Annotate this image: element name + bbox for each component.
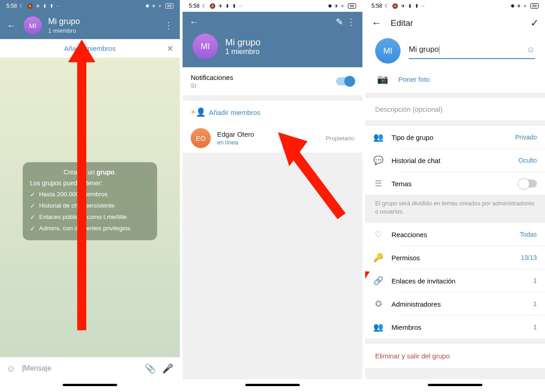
set-photo-row[interactable]: 📷 Poner foto — [365, 65, 545, 93]
admins-label: Administradores — [391, 300, 525, 308]
topics-hint: El grupo será dividido en temas creados … — [365, 195, 545, 223]
status-airplane-icon: ✈ — [152, 3, 156, 9]
group-type-row[interactable]: 👥 Tipo de grupo Privado — [365, 126, 545, 149]
invite-links-row[interactable]: 🔗 Enlaces de invitación 1 — [365, 269, 545, 292]
topics-row[interactable]: ☰ Temas — [365, 172, 545, 195]
invite-links-value: 1 — [533, 277, 537, 284]
nav-bar — [183, 379, 362, 392]
status-wifi-icon: ᯤ — [158, 3, 163, 9]
notifications-toggle[interactable] — [336, 77, 354, 85]
add-members-banner[interactable]: Añadir miembros ✕ — [0, 39, 180, 58]
group-type-label: Tipo de grupo — [391, 134, 507, 141]
tip-item: Enlaces públicos como t.me/title — [30, 211, 150, 223]
back-icon[interactable]: ← — [188, 17, 200, 27]
status-down-icon: ⬇ — [408, 3, 412, 9]
notifications-row[interactable]: Notificaciones Sí — [183, 67, 362, 95]
status-bar: 5:58 ☾ 🔕 ✈ ⬇ ⬆ ·· ✱ ✈ ᯤ 88 — [0, 0, 180, 12]
member-name: Edgar Otero — [217, 130, 319, 138]
group-subtitle: 1 miembro — [225, 48, 261, 56]
add-members-label: Añadir miembros — [209, 109, 354, 116]
group-name-input[interactable]: Mi grupo ☺ — [409, 43, 535, 59]
group-title: Mi grupo — [48, 17, 156, 26]
group-subtitle: 1 miembro — [48, 27, 156, 34]
tip-item: Admins. con diferentes privilegios — [30, 223, 150, 234]
attach-icon[interactable]: 📎 — [144, 363, 156, 374]
add-user-icon: +👤 — [191, 107, 201, 117]
status-mute-icon: 🔕 — [209, 3, 216, 9]
chat-history-row[interactable]: 💬 Historial de chat Oculto — [365, 149, 545, 172]
member-row[interactable]: EO Edgar Otero en línea Propietario — [183, 124, 362, 153]
edit-icon[interactable]: ✎ — [333, 16, 345, 27]
group-avatar[interactable]: MI — [375, 38, 401, 64]
reactions-label: Reacciones — [391, 231, 512, 238]
status-more-icon: ·· — [56, 3, 59, 9]
mic-icon[interactable]: 🎤 — [162, 363, 173, 374]
status-airplane-icon: ✈ — [517, 3, 521, 9]
member-role: Propietario — [326, 135, 354, 142]
group-type-value: Privado — [515, 134, 537, 141]
status-up-icon: ⬆ — [415, 3, 419, 9]
add-members-label: Añadir miembros — [64, 45, 115, 52]
invite-links-label: Enlaces de invitación — [391, 277, 525, 285]
people-icon: 👥 — [373, 322, 383, 332]
confirm-icon[interactable]: ✓ — [530, 17, 539, 29]
menu-icon[interactable]: ⋮ — [163, 20, 174, 31]
tip-subtitle: Los grupos pueden tener: — [30, 179, 150, 187]
description-input[interactable]: Descripción (opcional) — [365, 98, 545, 120]
status-airplane-icon: ✈ — [334, 3, 338, 9]
set-photo-label: Poner foto — [398, 75, 430, 83]
key-icon: 🔑 — [373, 253, 383, 263]
status-mute-icon: 🔕 — [27, 3, 33, 9]
group-title: Mi grupo — [225, 37, 261, 48]
back-icon[interactable]: ← — [5, 20, 17, 31]
status-time: 5:58 — [6, 3, 17, 9]
status-battery-icon: 88 — [165, 3, 173, 9]
group-avatar[interactable]: MI — [193, 34, 218, 59]
nav-bar — [365, 379, 545, 392]
status-battery-icon: 88 — [348, 3, 356, 9]
chat-header[interactable]: ← MI Mi grupo 1 miembro ⋮ — [0, 12, 180, 39]
reactions-row[interactable]: ♡ Reacciones Todas — [365, 223, 545, 246]
status-down-icon: ⬇ — [225, 3, 229, 9]
list-icon: ☰ — [373, 179, 383, 189]
status-bluetooth-icon: ✱ — [145, 3, 149, 9]
screen-group-info: 5:58 ☾ 🔕 ✈ ⬇ ⬆ ·· ✱ ✈ ᯤ 88 ← ✎ ⋮ MI Mi g… — [183, 0, 362, 392]
member-status: en línea — [217, 139, 319, 146]
topics-toggle[interactable] — [519, 179, 537, 188]
status-telegram-icon: ✈ — [218, 3, 223, 9]
tip-item: Hasta 200.000 miembros — [30, 189, 150, 200]
link-icon: 🔗 — [373, 276, 383, 286]
members-value: 1 — [533, 323, 537, 331]
members-row[interactable]: 👥 Miembros 1 — [365, 316, 545, 338]
group-avatar[interactable]: MI — [24, 16, 42, 35]
add-members-row[interactable]: +👤 Añadir miembros — [183, 101, 362, 124]
chat-icon: 💬 — [373, 155, 383, 165]
status-bluetooth-icon: ✱ — [328, 3, 332, 9]
status-up-icon: ⬆ — [232, 3, 236, 9]
member-avatar: EO — [191, 128, 211, 148]
status-moon-icon: ☾ — [202, 3, 207, 9]
topics-label: Temas — [391, 180, 510, 188]
message-input-bar[interactable]: ☺ |Mensaje 📎 🎤 — [0, 357, 180, 379]
status-moon-icon: ☾ — [20, 3, 24, 9]
notifications-value: Sí — [191, 82, 328, 89]
heart-icon: ♡ — [373, 229, 383, 239]
status-bar: 5:58 ☾ 🔕 ✈ ⬇ ⬆ ·· ✱ ✈ ᯤ 88 — [183, 0, 362, 12]
permissions-row[interactable]: 🔑 Permisos 13/13 — [365, 246, 545, 269]
back-icon[interactable]: ← — [372, 17, 382, 29]
svg-line-2 — [287, 144, 342, 216]
status-more-icon: ·· — [239, 3, 242, 9]
emoji-icon[interactable]: ☺ — [527, 45, 535, 55]
message-input[interactable]: |Mensaje — [22, 364, 138, 372]
menu-icon[interactable]: ⋮ — [345, 16, 357, 27]
status-telegram-icon: ✈ — [36, 3, 40, 9]
admins-row[interactable]: ✪ Administradores 1 — [365, 293, 545, 315]
status-mute-icon: 🔕 — [392, 3, 398, 9]
status-more-icon: ·· — [421, 3, 424, 9]
status-time: 5:58 — [372, 3, 382, 9]
permissions-label: Permisos — [391, 254, 513, 262]
emoji-icon[interactable]: ☺ — [6, 363, 15, 374]
delete-group-row[interactable]: Eliminar y salir del grupo — [365, 344, 545, 368]
close-icon[interactable]: ✕ — [167, 44, 173, 54]
edit-name-row: MI Mi grupo ☺ — [365, 35, 545, 65]
